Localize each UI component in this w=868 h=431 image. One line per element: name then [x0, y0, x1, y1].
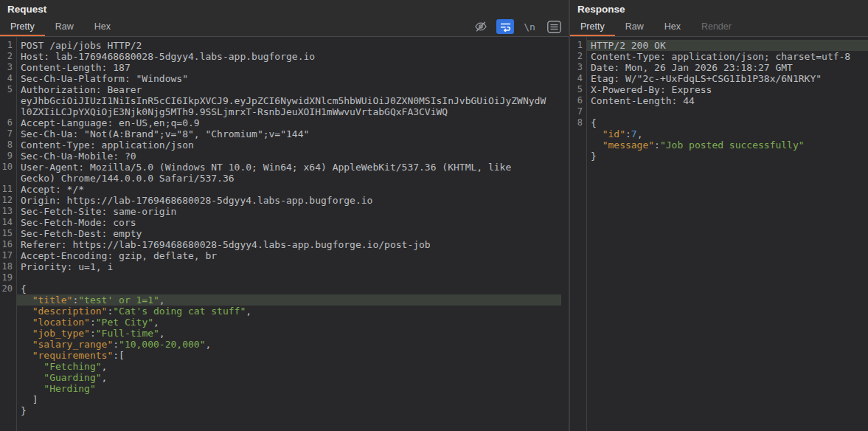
code-line[interactable]: 20{: [0, 283, 569, 294]
line-text: Content-Type: application/json: [16, 139, 561, 151]
request-tabbar: PrettyRawHex: [0, 18, 569, 37]
code-line[interactable]: eyJhbGciOiJIUzI1NiIsInR5cCI6IkpXVCJ9.eyJ…: [0, 95, 569, 106]
line-text: "requirements":[: [16, 350, 561, 361]
code-line[interactable]: "location":"Pet City",: [0, 317, 569, 328]
tab-hex[interactable]: Hex: [654, 18, 691, 36]
code-line[interactable]: 16Referer: https://lab-1769468680028-5dg…: [0, 239, 569, 250]
code-line[interactable]: 1HTTP/2 200 OK: [570, 40, 868, 51]
line-number: 14: [0, 217, 16, 228]
code-line[interactable]: 13Sec-Fetch-Site: same-origin: [0, 206, 569, 217]
line-number: 1: [570, 40, 586, 51]
line-text: Origin: https://lab-1769468680028-5dgyy4…: [16, 195, 561, 206]
code-line[interactable]: 9Sec-Ch-Ua-Mobile: ?0: [0, 151, 569, 162]
line-text: "title":"test' or 1=1",: [16, 294, 561, 306]
line-number: 17: [0, 250, 16, 261]
line-text: POST /api/jobs HTTP/2: [16, 40, 561, 51]
line-number: 12: [0, 195, 16, 206]
tab-pretty[interactable]: Pretty: [570, 18, 615, 36]
code-line[interactable]: "message":"Job posted successfully": [570, 139, 868, 151]
code-line[interactable]: 3Content-Length: 187: [0, 62, 569, 73]
code-line[interactable]: }: [0, 405, 569, 416]
code-line[interactable]: 11Accept: */*: [0, 184, 569, 195]
line-number: [0, 350, 16, 361]
code-line[interactable]: "title":"test' or 1=1",: [0, 294, 569, 306]
line-number: [0, 361, 16, 372]
code-line[interactable]: 7Sec-Ch-Ua: "Not(A:Brand";v="8", "Chromi…: [0, 128, 569, 139]
line-text: Sec-Fetch-Site: same-origin: [16, 206, 561, 217]
code-line[interactable]: 4Etag: W/"2c-+UxFdqLS+CSG1Ib1P38x/6N1RKY…: [570, 73, 868, 84]
code-line[interactable]: "id":7,: [570, 128, 868, 139]
tab-pretty[interactable]: Pretty: [0, 18, 45, 36]
code-line[interactable]: 2Host: lab-1769468680028-5dgyy4.labs-app…: [0, 51, 569, 62]
code-line[interactable]: 14Sec-Fetch-Mode: cors: [0, 217, 569, 228]
line-number: 3: [0, 62, 16, 73]
code-line[interactable]: 8{: [570, 117, 868, 128]
code-line[interactable]: 7: [570, 106, 868, 117]
code-line[interactable]: 2Content-Type: application/json; charset…: [570, 51, 868, 62]
line-number: 20: [0, 283, 16, 294]
options-menu-icon[interactable]: [545, 19, 563, 34]
hide-unselected-icon[interactable]: [472, 19, 490, 34]
code-line[interactable]: 12Origin: https://lab-1769468680028-5dgy…: [0, 195, 569, 206]
code-line[interactable]: 5X-Powered-By: Express: [570, 84, 868, 95]
tab-render: Render: [691, 18, 742, 36]
code-line[interactable]: 19: [0, 272, 569, 283]
newline-chars-icon[interactable]: \n: [521, 19, 538, 34]
line-number: 2: [570, 51, 586, 62]
response-editor[interactable]: 1HTTP/2 200 OK2Content-Type: application…: [570, 37, 868, 431]
code-line[interactable]: "Herding": [0, 383, 569, 394]
code-line[interactable]: "description":"Cat's doing cat stuff",: [0, 306, 569, 317]
code-line[interactable]: 8Content-Type: application/json: [0, 139, 569, 151]
line-number: 8: [0, 139, 16, 151]
line-text: Accept-Encoding: gzip, deflate, br: [16, 250, 561, 261]
line-number: 19: [0, 272, 16, 283]
code-line[interactable]: 6Accept-Language: en-US,en;q=0.9: [0, 117, 569, 128]
code-line[interactable]: }: [570, 151, 868, 162]
code-line[interactable]: 10User-Agent: Mozilla/5.0 (Windows NT 10…: [0, 162, 569, 173]
line-number: [0, 328, 16, 339]
line-text: Authorization: Bearer: [16, 84, 561, 95]
soft-wrap-icon[interactable]: [496, 19, 514, 34]
tab-hex[interactable]: Hex: [84, 18, 121, 36]
code-line[interactable]: "salary_range":"10,000-20,000",: [0, 339, 569, 350]
line-number: 10: [0, 162, 16, 173]
code-line[interactable]: 1POST /api/jobs HTTP/2: [0, 40, 569, 51]
code-line[interactable]: "Guarding",: [0, 372, 569, 383]
line-number: 16: [0, 239, 16, 250]
tab-raw[interactable]: Raw: [615, 18, 654, 36]
code-line[interactable]: 6Content-Length: 44: [570, 95, 868, 106]
code-line[interactable]: 15Sec-Fetch-Dest: empty: [0, 228, 569, 239]
line-number: 4: [570, 73, 586, 84]
code-line[interactable]: 4Sec-Ch-Ua-Platform: "Windows": [0, 73, 569, 84]
code-line[interactable]: ]: [0, 394, 569, 405]
code-line[interactable]: "job_type":"Full-time",: [0, 328, 569, 339]
code-line[interactable]: Gecko) Chrome/144.0.0.0 Safari/537.36: [0, 173, 569, 184]
line-number: [0, 339, 16, 350]
line-number: [0, 173, 16, 184]
code-line[interactable]: "Fetching",: [0, 361, 569, 372]
line-text: User-Agent: Mozilla/5.0 (Windows NT 10.0…: [16, 162, 561, 173]
request-panel-title: Request: [0, 0, 569, 18]
line-text: Sec-Fetch-Dest: empty: [16, 228, 561, 239]
line-number: 2: [0, 51, 16, 62]
code-line[interactable]: 5Authorization: Bearer: [0, 84, 569, 95]
line-text: "Guarding",: [16, 372, 561, 383]
line-text: Accept-Language: en-US,en;q=0.9: [16, 117, 561, 128]
line-number: [0, 306, 16, 317]
line-number: 6: [570, 95, 586, 106]
line-number: 9: [0, 151, 16, 162]
line-text: "message":"Job posted successfully": [586, 139, 868, 151]
line-number: 7: [0, 128, 16, 139]
code-line[interactable]: l0ZXIiLCJpYXQiOjE3Njk0Njg5MTh9.9SSLjmrxT…: [0, 106, 569, 117]
code-line[interactable]: "requirements":[: [0, 350, 569, 361]
code-line[interactable]: 3Date: Mon, 26 Jan 2026 23:18:27 GMT: [570, 62, 868, 73]
line-text: "salary_range":"10,000-20,000",: [16, 339, 561, 350]
line-text: Content-Length: 187: [16, 62, 561, 73]
request-editor[interactable]: 1POST /api/jobs HTTP/22Host: lab-1769468…: [0, 37, 569, 431]
code-line[interactable]: 18Priority: u=1, i: [0, 261, 569, 272]
tab-raw[interactable]: Raw: [45, 18, 84, 36]
message-editor-split-view: Request PrettyRawHex: [0, 0, 868, 431]
line-number: 18: [0, 261, 16, 272]
code-line[interactable]: 17Accept-Encoding: gzip, deflate, br: [0, 250, 569, 261]
line-text: Date: Mon, 26 Jan 2026 23:18:27 GMT: [586, 62, 868, 73]
